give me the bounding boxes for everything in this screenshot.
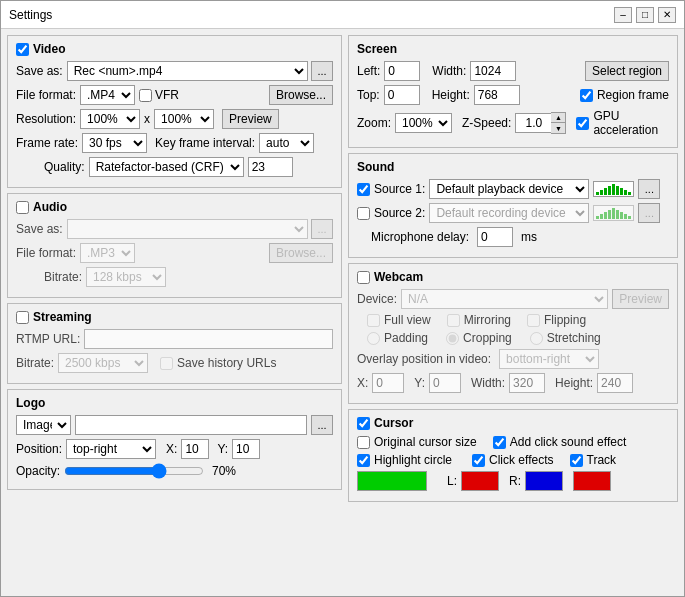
- webcam-padding-label: Padding: [384, 331, 428, 345]
- cursor-extra-color[interactable]: [573, 471, 611, 491]
- video-quality-select[interactable]: Ratefactor-based (CRF): [89, 157, 244, 177]
- video-section-title: Video: [16, 42, 333, 56]
- webcam-flipping-checkbox[interactable]: [527, 314, 540, 327]
- cursor-r-color[interactable]: [525, 471, 563, 491]
- logo-y-input[interactable]: [232, 439, 260, 459]
- source1-more-button[interactable]: ...: [638, 179, 660, 199]
- cursor-click-sound-checkbox[interactable]: [493, 436, 506, 449]
- webcam-padding-radio[interactable]: [367, 332, 380, 345]
- sound-source1-row: Source 1: Default playback device: [357, 179, 669, 199]
- gpu-label: GPU acceleration: [593, 109, 669, 137]
- webcam-mirroring-checkbox[interactable]: [447, 314, 460, 327]
- streaming-bitrate-select[interactable]: 2500 kbps: [58, 353, 148, 373]
- cursor-l-color[interactable]: [461, 471, 499, 491]
- screen-section-title: Screen: [357, 42, 669, 56]
- close-button[interactable]: ✕: [658, 7, 676, 23]
- streaming-enable-checkbox[interactable]: [16, 311, 29, 324]
- logo-position-select[interactable]: top-right: [66, 439, 156, 459]
- audio-enable-checkbox[interactable]: [16, 201, 29, 214]
- video-res-x-select[interactable]: 100%: [80, 109, 140, 129]
- source1-checkbox[interactable]: [357, 183, 370, 196]
- audio-bitrate-select[interactable]: 128 kbps: [86, 267, 166, 287]
- video-framerate-select[interactable]: 30 fps: [82, 133, 147, 153]
- minimize-button[interactable]: –: [614, 7, 632, 23]
- video-enable-checkbox[interactable]: [16, 43, 29, 56]
- webcam-x-input[interactable]: [372, 373, 404, 393]
- screen-zspeed-input[interactable]: [515, 113, 551, 133]
- video-browse-button[interactable]: Browse...: [269, 85, 333, 105]
- video-save-as-select[interactable]: Rec <num>.mp4: [67, 61, 308, 81]
- audio-format-select[interactable]: .MP3: [80, 243, 135, 263]
- logo-browse-button[interactable]: ...: [311, 415, 333, 435]
- webcam-overlay-select[interactable]: bottom-right: [499, 349, 599, 369]
- streaming-history-checkbox[interactable]: [160, 357, 173, 370]
- mic-delay-row: Microphone delay: ms: [357, 227, 669, 247]
- video-preview-button[interactable]: Preview: [222, 109, 279, 129]
- audio-save-as-more-button[interactable]: ...: [311, 219, 333, 239]
- mic-delay-label: Microphone delay:: [371, 230, 469, 244]
- mic-delay-input[interactable]: [477, 227, 513, 247]
- source2-label: Source 2:: [374, 206, 425, 220]
- screen-top-row: Left: Width: Select region: [357, 61, 669, 81]
- logo-y-label: Y:: [217, 442, 228, 456]
- window-controls: – □ ✕: [614, 7, 676, 23]
- streaming-rtmp-input[interactable]: [84, 329, 333, 349]
- webcam-dims-row: X: Y: Width: Height:: [357, 373, 669, 393]
- webcam-fullview-checkbox[interactable]: [367, 314, 380, 327]
- screen-width-input[interactable]: [470, 61, 516, 81]
- video-format-select[interactable]: .MP4: [80, 85, 135, 105]
- audio-bitrate-row: Bitrate: 128 kbps: [16, 267, 333, 287]
- cursor-original-size-checkbox[interactable]: [357, 436, 370, 449]
- webcam-cropping-radio[interactable]: [446, 332, 459, 345]
- maximize-button[interactable]: □: [636, 7, 654, 23]
- webcam-preview-button[interactable]: Preview: [612, 289, 669, 309]
- logo-type-select[interactable]: Image: [16, 415, 71, 435]
- video-save-as-more-button[interactable]: ...: [311, 61, 333, 81]
- screen-left-label: Left:: [357, 64, 380, 78]
- webcam-device-select[interactable]: N/A: [401, 289, 608, 309]
- gpu-checkbox[interactable]: [576, 117, 589, 130]
- logo-opacity-slider[interactable]: [64, 463, 204, 479]
- video-vfr-checkbox[interactable]: [139, 89, 152, 102]
- webcam-y-label: Y:: [414, 376, 425, 390]
- webcam-enable-checkbox[interactable]: [357, 271, 370, 284]
- video-quality-row: Quality: Ratefactor-based (CRF): [16, 157, 333, 177]
- screen-top-input[interactable]: [384, 85, 420, 105]
- zspeed-up-button[interactable]: ▲: [551, 113, 565, 123]
- webcam-stretching-radio[interactable]: [530, 332, 543, 345]
- title-bar: Settings – □ ✕: [1, 1, 684, 29]
- zspeed-down-button[interactable]: ▼: [551, 123, 565, 133]
- logo-opacity-value: 70%: [212, 464, 236, 478]
- webcam-width-label: Width:: [471, 376, 505, 390]
- video-res-y-select[interactable]: 100%: [154, 109, 214, 129]
- screen-height-input[interactable]: [474, 85, 520, 105]
- video-quality-num-input[interactable]: [248, 157, 293, 177]
- video-resolution-row: Resolution: 100% x 100% Preview: [16, 109, 333, 129]
- cursor-track-checkbox[interactable]: [570, 454, 583, 467]
- screen-zoom-select[interactable]: 100%: [395, 113, 452, 133]
- audio-format-row: File format: .MP3 Browse...: [16, 243, 333, 263]
- keyframe-select[interactable]: auto: [259, 133, 314, 153]
- audio-browse-button[interactable]: Browse...: [269, 243, 333, 263]
- region-frame-checkbox[interactable]: [580, 89, 593, 102]
- streaming-history-label: Save history URLs: [177, 356, 276, 370]
- source1-select[interactable]: Default playback device: [429, 179, 589, 199]
- logo-position-label: Position:: [16, 442, 62, 456]
- cursor-enable-checkbox[interactable]: [357, 417, 370, 430]
- audio-save-as-select[interactable]: [67, 219, 308, 239]
- webcam-height-input[interactable]: [597, 373, 633, 393]
- logo-path-input[interactable]: [75, 415, 307, 435]
- source2-checkbox[interactable]: [357, 207, 370, 220]
- logo-x-input[interactable]: [181, 439, 209, 459]
- webcam-y-input[interactable]: [429, 373, 461, 393]
- source2-select[interactable]: Default recording device: [429, 203, 589, 223]
- webcam-width-input[interactable]: [509, 373, 545, 393]
- cursor-highlight-checkbox[interactable]: [357, 454, 370, 467]
- webcam-fullview-label: Full view: [384, 313, 431, 327]
- source2-more-button[interactable]: ...: [638, 203, 660, 223]
- cursor-r-label: R:: [509, 474, 521, 488]
- select-region-button[interactable]: Select region: [585, 61, 669, 81]
- cursor-click-effects-checkbox[interactable]: [472, 454, 485, 467]
- cursor-highlight-color[interactable]: [357, 471, 427, 491]
- screen-left-input[interactable]: [384, 61, 420, 81]
